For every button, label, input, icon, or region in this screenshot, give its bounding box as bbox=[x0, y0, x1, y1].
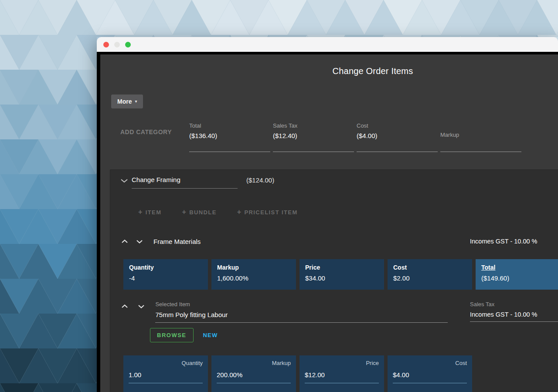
markup-input[interactable]: 200.00% bbox=[217, 371, 291, 383]
summary-field-value: ($12.40) bbox=[273, 132, 354, 139]
stat-value: 1,600.00% bbox=[217, 274, 290, 282]
summary-field-value bbox=[440, 141, 521, 148]
more-button[interactable]: More ▾ bbox=[111, 95, 143, 108]
stat-cell-cost[interactable]: Cost $2.00 bbox=[388, 259, 472, 290]
move-item-up-icon[interactable] bbox=[121, 304, 128, 308]
summary-field-markup[interactable]: Markup bbox=[440, 122, 521, 152]
move-item-down-icon[interactable] bbox=[138, 304, 145, 308]
selected-item-row: Selected Item 75mm Poly fitting Labour S… bbox=[121, 301, 558, 323]
plus-icon: + bbox=[237, 209, 242, 216]
item-actions: BROWSE NEW bbox=[150, 328, 558, 342]
close-button[interactable] bbox=[103, 42, 109, 47]
add-bundle-label: BUNDLE bbox=[189, 209, 217, 216]
stat-value: -4 bbox=[129, 274, 202, 282]
item-field-cost: Cost $4.00 bbox=[388, 355, 472, 392]
group-tax: Incomes GST - 10.00 % bbox=[470, 238, 537, 245]
stat-label: Price bbox=[305, 264, 378, 271]
cost-input[interactable]: $4.00 bbox=[393, 371, 467, 383]
browse-button[interactable]: BROWSE bbox=[150, 328, 194, 342]
summary-field-value: ($4.00) bbox=[357, 132, 438, 139]
add-bundle-button[interactable]: + BUNDLE bbox=[182, 209, 216, 216]
summary-field-label: Markup bbox=[440, 122, 521, 138]
category-panel: Change Framing ($124.00) + ITEM + BUNDLE… bbox=[110, 169, 558, 392]
stat-label: Cost bbox=[393, 264, 466, 271]
group-name: Frame Materials bbox=[153, 238, 201, 245]
selected-item-label: Selected Item bbox=[155, 301, 448, 308]
item-fields-row: Quantity 1.00 Markup 200.00% Price $12.0… bbox=[123, 355, 558, 392]
stat-label: Total bbox=[481, 264, 555, 271]
add-pricelist-item-label: PRICELIST ITEM bbox=[244, 209, 297, 216]
collapse-category-icon[interactable] bbox=[120, 179, 128, 183]
stat-cell-markup[interactable]: Markup 1,600.00% bbox=[211, 259, 296, 290]
field-label: Cost bbox=[393, 360, 467, 366]
price-input[interactable]: $12.00 bbox=[305, 371, 379, 383]
field-label: Price bbox=[305, 360, 379, 366]
add-item-button[interactable]: + ITEM bbox=[138, 209, 161, 216]
stat-label: Quantity bbox=[129, 264, 202, 271]
add-pricelist-item-button[interactable]: + PRICELIST ITEM bbox=[237, 209, 298, 216]
quantity-input[interactable]: 1.00 bbox=[129, 371, 203, 383]
category-header: Change Framing ($124.00) bbox=[120, 176, 558, 189]
add-category-button[interactable]: ADD CATEGORY bbox=[118, 122, 189, 136]
sales-tax-label: Sales Tax bbox=[470, 301, 558, 308]
item-field-quantity: Quantity 1.00 bbox=[123, 355, 208, 392]
category-total: ($124.00) bbox=[246, 176, 274, 184]
summary-field-sales-tax[interactable]: Sales Tax ($12.40) bbox=[273, 122, 354, 152]
category-actions: + ITEM + BUNDLE + PRICELIST ITEM bbox=[138, 209, 558, 216]
summary-field-label: Total bbox=[189, 122, 270, 129]
caret-down-icon: ▾ bbox=[135, 99, 137, 104]
summary-field-cost[interactable]: Cost ($4.00) bbox=[357, 122, 438, 152]
stat-value: $34.00 bbox=[305, 274, 378, 282]
stat-cell-total[interactable]: Total ($149.60) bbox=[476, 259, 558, 290]
summary-field-value: ($136.40) bbox=[189, 132, 270, 139]
summary-fields: Total ($136.40) Sales Tax ($12.40) Cost … bbox=[189, 122, 524, 152]
summary-row: ADD CATEGORY Total ($136.40) Sales Tax (… bbox=[118, 122, 558, 152]
group-stats-row: Quantity -4 Markup 1,600.00% Price $34.0… bbox=[123, 259, 558, 290]
plus-icon: + bbox=[182, 209, 187, 216]
app-window: Change Order Items More ▾ ADD CATEGORY T… bbox=[97, 37, 558, 392]
field-label: Markup bbox=[217, 360, 291, 366]
stat-cell-quantity[interactable]: Quantity -4 bbox=[123, 259, 208, 290]
group-header: Frame Materials Incomes GST - 10.00 % bbox=[121, 237, 558, 245]
category-name-input[interactable]: Change Framing bbox=[132, 176, 238, 189]
move-group-down-icon[interactable] bbox=[136, 240, 143, 243]
stat-value: $2.00 bbox=[393, 274, 466, 282]
stat-cell-price[interactable]: Price $34.00 bbox=[299, 259, 384, 290]
summary-field-label: Cost bbox=[357, 122, 438, 129]
sales-tax-value: Incomes GST - 10.00 % bbox=[470, 311, 558, 318]
add-item-label: ITEM bbox=[146, 209, 162, 216]
plus-icon: + bbox=[138, 209, 143, 216]
change-order-dialog: Change Order Items More ▾ ADD CATEGORY T… bbox=[100, 54, 558, 392]
stat-value: ($149.60) bbox=[481, 274, 555, 282]
dialog-title: Change Order Items bbox=[100, 54, 558, 76]
item-field-markup: Markup 200.00% bbox=[211, 355, 296, 392]
item-field-price: Price $12.00 bbox=[299, 355, 384, 392]
sales-tax-select[interactable]: Sales Tax Incomes GST - 10.00 % ▾ bbox=[470, 301, 558, 322]
summary-field-total[interactable]: Total ($136.40) bbox=[189, 122, 270, 152]
window-titlebar bbox=[97, 37, 558, 52]
zoom-button[interactable] bbox=[125, 42, 131, 47]
field-label: Quantity bbox=[129, 360, 203, 366]
selected-item-field: Selected Item 75mm Poly fitting Labour bbox=[155, 301, 448, 323]
stat-label: Markup bbox=[217, 264, 290, 271]
selected-item-input[interactable]: 75mm Poly fitting Labour bbox=[155, 311, 448, 323]
app-body: Change Order Items More ▾ ADD CATEGORY T… bbox=[97, 52, 558, 392]
more-button-label: More bbox=[117, 98, 132, 105]
summary-field-label: Sales Tax bbox=[273, 122, 354, 129]
minimize-button[interactable] bbox=[114, 42, 120, 47]
move-group-up-icon[interactable] bbox=[121, 240, 128, 243]
new-button[interactable]: NEW bbox=[203, 332, 218, 338]
